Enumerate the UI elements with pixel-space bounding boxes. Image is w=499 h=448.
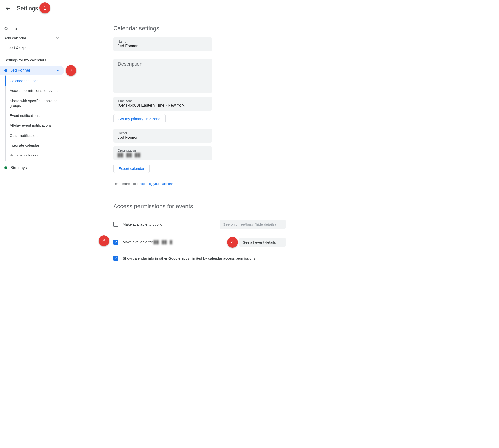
field-value: Jed Fonner: [118, 135, 207, 140]
checkbox-org[interactable]: [113, 240, 118, 245]
chevron-down-icon: [55, 35, 60, 40]
nav-label: General: [4, 26, 17, 31]
calendar-name: Birthdays: [10, 166, 27, 170]
nav-label: Add calendar: [4, 36, 26, 40]
sidebar-item-general[interactable]: General: [0, 24, 64, 33]
back-arrow-icon[interactable]: [5, 5, 11, 11]
sidebar-calendar-primary[interactable]: Jed Fonner: [0, 66, 64, 75]
field-value: (GMT-04:00) Eastern Time - New York: [118, 103, 207, 108]
calendar-color-dot: [4, 69, 7, 72]
sidebar-sub-all-day-notifications[interactable]: All-day event notifications: [6, 121, 64, 130]
annotation-badge-2: 2: [66, 65, 76, 76]
export-helper-text: Learn more about exporting your calendar: [113, 182, 286, 186]
sidebar-item-add-calendar[interactable]: Add calendar: [0, 33, 64, 43]
dropdown-public-visibility: See only free/busy (hide details): [220, 220, 286, 229]
field-label: Description: [118, 61, 207, 67]
chevron-down-icon: [278, 240, 283, 245]
field-timezone[interactable]: Time zone (GMT-04:00) Eastern Time - New…: [113, 97, 212, 111]
calendar-name: Jed Fonner: [10, 68, 30, 73]
field-label: Time zone: [118, 99, 207, 103]
section-heading-access-permissions: Access permissions for events: [113, 203, 286, 210]
sidebar-sub-event-notifications[interactable]: Event notifications: [6, 111, 64, 121]
perm-label-other-apps: Show calendar info in other Google apps,…: [123, 256, 255, 260]
chevron-down-icon: [278, 222, 283, 227]
sidebar-section-label: Settings for my calendars: [0, 52, 64, 66]
annotation-badge-3: 3: [99, 235, 109, 246]
sidebar-sub-access-permissions[interactable]: Access permissions for events: [6, 86, 64, 96]
org-name-redacted: ██ ██ █: [154, 240, 173, 244]
field-organization: Organization ██ ██ ██: [113, 146, 212, 160]
field-label: Organization: [118, 149, 207, 152]
chevron-up-icon: [56, 68, 61, 73]
calendar-color-dot: [4, 166, 7, 169]
field-value-redacted: ██ ██ ██: [118, 153, 141, 157]
field-value: Jed Fonner: [118, 44, 207, 48]
sidebar-sub-remove-calendar[interactable]: Remove calendar: [6, 150, 64, 160]
checkbox-other-apps[interactable]: [113, 256, 118, 261]
page-title: Settings: [17, 5, 38, 12]
perm-label-org: Make available for ██ ██ █: [123, 240, 173, 244]
exporting-calendar-link[interactable]: exporting your calendar: [139, 182, 173, 186]
sidebar-item-import-export[interactable]: Import & export: [0, 43, 64, 52]
annotation-badge-1: 1: [39, 2, 50, 13]
dropdown-label: See all event details: [243, 240, 276, 244]
nav-label: Import & export: [4, 45, 30, 50]
sidebar-calendar-birthdays[interactable]: Birthdays: [0, 163, 64, 172]
section-heading-calendar-settings: Calendar settings: [113, 25, 286, 32]
annotation-badge-4: 4: [227, 237, 238, 248]
checkbox-public[interactable]: [113, 222, 118, 227]
sidebar-sub-other-notifications[interactable]: Other notifications: [6, 131, 64, 140]
field-owner: Owner Jed Fonner: [113, 129, 212, 143]
field-label: Name: [118, 40, 207, 43]
field-name[interactable]: Name Jed Fonner: [113, 37, 212, 51]
sidebar-sub-share-specific[interactable]: Share with specific people or groups: [6, 96, 64, 111]
dropdown-label: See only free/busy (hide details): [223, 222, 276, 226]
export-calendar-button[interactable]: Export calendar: [113, 164, 150, 173]
set-primary-timezone-button[interactable]: Set my primary time zone: [113, 114, 166, 123]
perm-label-public: Make available to public: [123, 222, 162, 226]
sidebar-sub-calendar-settings[interactable]: Calendar settings: [5, 76, 64, 86]
field-description[interactable]: Description: [113, 59, 212, 93]
sidebar-sub-integrate-calendar[interactable]: Integrate calendar: [6, 140, 64, 150]
dropdown-org-visibility[interactable]: See all event details: [239, 238, 286, 247]
field-label: Owner: [118, 131, 207, 135]
